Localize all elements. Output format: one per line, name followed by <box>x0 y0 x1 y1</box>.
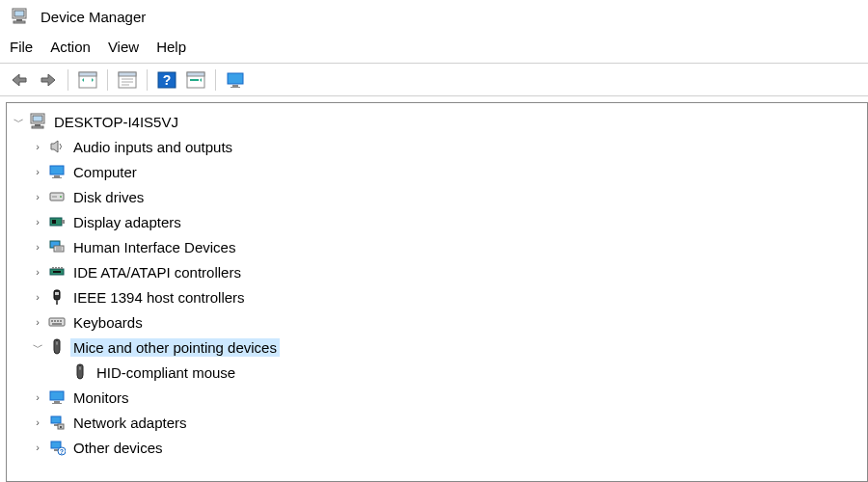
tree-item-audio[interactable]: › Audio inputs and outputs <box>11 134 863 159</box>
svg-rect-57 <box>52 403 62 404</box>
svg-rect-43 <box>55 292 59 295</box>
tree-item-disk[interactable]: › Disk drives <box>11 184 863 209</box>
svg-rect-37 <box>52 267 54 269</box>
tree-item-ide[interactable]: › IDE ATA/ATAPI controllers <box>11 259 863 284</box>
speaker-icon <box>47 137 67 156</box>
tree-item-label: Display adapters <box>70 213 184 231</box>
svg-point-27 <box>60 196 62 198</box>
arrow-left-icon <box>11 72 28 88</box>
svg-rect-7 <box>119 72 136 76</box>
collapse-toggle[interactable]: ﹀ <box>30 340 45 355</box>
tree-item-label: Mice and other pointing devices <box>70 338 280 357</box>
expand-toggle[interactable]: › <box>30 266 45 278</box>
tree-item-network[interactable]: › Network adapters <box>11 410 863 435</box>
firewire-icon <box>47 287 67 307</box>
tree-item-label: Other devices <box>70 439 166 457</box>
tree-item-hid[interactable]: › Human Interface Devices <box>11 234 863 259</box>
svg-rect-62 <box>51 442 61 448</box>
expand-toggle[interactable]: › <box>30 416 45 428</box>
svg-rect-1 <box>14 11 24 16</box>
tree-item-label: IDE ATA/ATAPI controllers <box>70 263 244 281</box>
keyboard-icon <box>47 312 67 332</box>
title-bar: Device Manager <box>0 0 868 33</box>
svg-rect-17 <box>232 85 238 87</box>
collapse-toggle[interactable]: ﹀ <box>11 115 26 129</box>
expand-toggle[interactable]: › <box>30 166 45 177</box>
svg-rect-55 <box>50 391 64 400</box>
svg-rect-30 <box>62 220 65 224</box>
tree-item-label: Monitors <box>70 388 132 407</box>
arrow-right-icon <box>40 72 57 88</box>
svg-rect-25 <box>52 177 62 178</box>
svg-rect-50 <box>52 323 62 325</box>
expand-toggle[interactable]: › <box>30 391 45 403</box>
help-button[interactable]: ? <box>153 67 180 93</box>
tree-item-mice[interactable]: ﹀ Mice and other pointing devices <box>11 335 863 360</box>
svg-rect-31 <box>52 220 56 224</box>
forward-button[interactable] <box>35 67 62 93</box>
svg-rect-40 <box>61 267 63 269</box>
menu-file[interactable]: File <box>10 39 33 55</box>
expand-toggle[interactable]: › <box>30 241 45 253</box>
expand-toggle[interactable]: › <box>30 191 45 202</box>
expand-toggle[interactable]: › <box>30 141 45 152</box>
tree-root[interactable]: ﹀ DESKTOP-I4IS5VJ <box>11 109 863 134</box>
mouse-icon <box>47 337 67 357</box>
network-icon <box>47 413 67 432</box>
tree-item-computer[interactable]: › Computer <box>11 159 863 184</box>
svg-rect-41 <box>53 271 61 273</box>
tree-item-display-adapters[interactable]: › Display adapters <box>11 209 863 234</box>
svg-rect-58 <box>51 416 61 423</box>
menu-view[interactable]: View <box>108 39 139 55</box>
computer-root-icon <box>28 112 47 131</box>
disk-icon <box>47 187 67 206</box>
svg-rect-56 <box>54 401 60 403</box>
properties-button[interactable] <box>114 67 141 93</box>
properties-icon <box>118 71 137 89</box>
toolbar-separator <box>215 69 216 91</box>
monitor-icon <box>226 71 245 89</box>
back-button[interactable] <box>6 67 33 93</box>
svg-text:?: ? <box>163 72 172 88</box>
expand-toggle[interactable]: › <box>30 316 45 328</box>
tree-item-other[interactable]: › ? Other devices <box>11 435 863 460</box>
menu-action[interactable]: Action <box>50 39 91 55</box>
tree-item-firewire[interactable]: › IEEE 1394 host controllers <box>11 284 863 309</box>
app-icon <box>10 7 29 26</box>
toolbar-separator <box>107 69 108 91</box>
scan-icon <box>186 71 205 89</box>
toolbar: ? <box>0 64 868 96</box>
tree-item-label: Human Interface Devices <box>70 238 238 256</box>
tree-item-keyboards[interactable]: › Keyboards <box>11 309 863 335</box>
svg-rect-46 <box>51 320 53 322</box>
expand-toggle[interactable]: › <box>30 291 45 303</box>
hid-icon <box>47 237 67 256</box>
svg-rect-14 <box>187 72 204 76</box>
monitor-button[interactable] <box>222 67 249 93</box>
expand-toggle[interactable]: › <box>30 216 45 228</box>
menu-help[interactable]: Help <box>156 39 186 55</box>
svg-rect-49 <box>60 320 62 322</box>
svg-rect-23 <box>50 166 64 174</box>
svg-rect-63 <box>54 449 58 451</box>
toolbar-separator <box>68 69 68 91</box>
tree-item-label: Keyboards <box>70 313 146 332</box>
tree-item-monitors[interactable]: › Monitors <box>11 385 863 410</box>
expand-toggle[interactable]: › <box>30 442 45 453</box>
console-tree-icon <box>78 71 97 89</box>
show-hide-tree-button[interactable] <box>74 67 101 93</box>
tree-item-hid-mouse[interactable]: HID-compliant mouse <box>11 360 863 385</box>
svg-rect-59 <box>54 424 58 426</box>
svg-rect-52 <box>56 341 58 345</box>
svg-rect-54 <box>79 366 81 370</box>
tree-item-label: Audio inputs and outputs <box>70 138 235 156</box>
monitor-icon <box>47 388 67 407</box>
svg-rect-39 <box>58 267 60 269</box>
toolbar-separator <box>147 69 148 91</box>
window-title: Device Manager <box>41 9 146 25</box>
device-tree[interactable]: ﹀ DESKTOP-I4IS5VJ › Audio inputs and out… <box>6 102 868 482</box>
tree-item-label: Computer <box>70 163 140 181</box>
help-icon: ? <box>157 71 176 89</box>
scan-hardware-button[interactable] <box>182 67 209 93</box>
svg-rect-3 <box>14 21 25 23</box>
